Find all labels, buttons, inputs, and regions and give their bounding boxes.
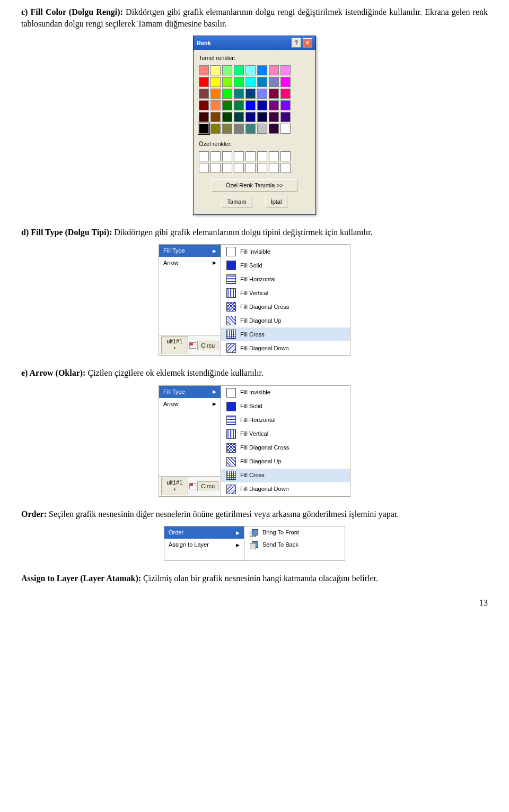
color-swatch[interactable]: [280, 77, 291, 87]
fill-cross[interactable]: Fill Cross: [221, 327, 350, 341]
fill-vertical-icon: [226, 429, 236, 439]
color-swatch[interactable]: [210, 112, 221, 122]
tab-unit1[interactable]: uit1#1 *: [161, 336, 188, 354]
menu-item-arrow[interactable]: Arrow ▶: [159, 398, 221, 410]
fill-solid[interactable]: Fill Solid: [221, 258, 350, 272]
color-swatch[interactable]: [210, 100, 221, 110]
fill-submenu: Fill Invisible Fill Solid Fill Horizonta…: [221, 245, 350, 355]
canvas-area: [159, 410, 221, 476]
color-swatch[interactable]: [245, 124, 256, 134]
color-swatch[interactable]: [280, 112, 291, 122]
color-swatch[interactable]: [234, 77, 244, 87]
color-swatch[interactable]: [257, 124, 267, 134]
heading-order: Order:: [21, 509, 47, 519]
menu-item-fill-type[interactable]: Fill Type ▶: [159, 386, 221, 398]
color-swatch[interactable]: [280, 100, 291, 110]
color-swatch[interactable]: [222, 124, 232, 134]
fill-invisible[interactable]: Fill Invisible: [221, 245, 350, 258]
color-swatch[interactable]: [245, 65, 256, 75]
tab-circu[interactable]: Circu: [197, 341, 218, 350]
color-swatch[interactable]: [199, 100, 209, 110]
color-swatch[interactable]: [257, 89, 267, 99]
tab-circu[interactable]: Circu: [197, 481, 218, 491]
tab-unit1[interactable]: uit1#1 *: [161, 478, 188, 495]
color-swatch[interactable]: [234, 124, 244, 134]
color-swatch[interactable]: [245, 77, 256, 87]
fill-invisible[interactable]: Fill Invisible: [221, 386, 350, 400]
color-swatch[interactable]: [199, 124, 209, 134]
fill-submenu: Fill Invisible Fill Solid Fill Horizonta…: [221, 386, 350, 496]
fill-type-menu: Fill Type ▶ Arrow ▶ uit1#1 * Circu Fill …: [159, 385, 350, 497]
fill-diag-cross[interactable]: Fill Diagonal Cross: [221, 300, 350, 314]
page-number: 13: [21, 597, 488, 609]
color-swatch[interactable]: [269, 112, 279, 122]
color-swatch[interactable]: [222, 112, 232, 122]
color-swatch[interactable]: [199, 89, 209, 99]
menu-item-arrow[interactable]: Arrow ▶: [159, 257, 221, 269]
fill-diag-cross[interactable]: Fill Diagonal Cross: [221, 441, 350, 455]
fill-vertical[interactable]: Fill Vertical: [221, 286, 350, 300]
color-swatch[interactable]: [210, 89, 221, 99]
color-swatch[interactable]: [199, 77, 209, 87]
text-e-body: Çizilen çizgilere ok eklemek istendiğind…: [85, 368, 263, 377]
color-swatch[interactable]: [269, 100, 279, 110]
fill-vertical[interactable]: Fill Vertical: [221, 427, 350, 441]
canvas-area: [159, 269, 221, 335]
color-swatch[interactable]: [245, 112, 256, 122]
fill-item-label: Fill Solid: [240, 402, 262, 410]
fill-item-label: Fill Vertical: [240, 430, 268, 438]
color-swatch[interactable]: [199, 65, 209, 75]
color-swatch[interactable]: [210, 65, 221, 75]
color-swatch[interactable]: [222, 89, 232, 99]
color-swatch[interactable]: [257, 112, 267, 122]
color-swatch[interactable]: [257, 100, 267, 110]
color-swatch[interactable]: [199, 112, 209, 122]
define-custom-color-button[interactable]: Özel Renk Tanımla >>: [212, 179, 297, 192]
menu-item-assign-layer[interactable]: Assign to Layer ▶: [164, 539, 244, 551]
fill-horizontal[interactable]: Fill Horizontal: [221, 413, 350, 427]
color-swatch[interactable]: [269, 65, 279, 75]
fill-cross[interactable]: Fill Cross: [221, 469, 350, 482]
paragraph-order: Order: Seçilen grafik nesnesinin diğer n…: [21, 508, 488, 520]
color-swatch[interactable]: [210, 77, 221, 87]
fill-horizontal[interactable]: Fill Horizontal: [221, 272, 350, 286]
color-swatch[interactable]: [234, 89, 244, 99]
menu-item-fill-type[interactable]: Fill Type ▶: [159, 245, 221, 257]
fill-diag-up[interactable]: Fill Diagonal Up: [221, 455, 350, 469]
color-swatch[interactable]: [269, 124, 279, 134]
color-swatch[interactable]: [222, 100, 232, 110]
fill-diag-down[interactable]: Fill Diagonal Down: [221, 341, 350, 355]
custom-swatch-grid: [199, 151, 310, 173]
color-swatch[interactable]: [280, 65, 291, 75]
color-swatch[interactable]: [222, 65, 232, 75]
color-swatch[interactable]: [269, 77, 279, 87]
color-swatch[interactable]: [210, 124, 221, 134]
bring-to-front[interactable]: Bring To Front: [244, 526, 345, 539]
color-swatch[interactable]: [234, 112, 244, 122]
close-icon[interactable]: ×: [303, 38, 312, 48]
color-swatch[interactable]: [280, 124, 291, 134]
fill-diag-up[interactable]: Fill Diagonal Up: [221, 314, 350, 327]
ok-button[interactable]: Tamam: [222, 196, 252, 208]
color-swatch[interactable]: [234, 100, 244, 110]
fill-solid[interactable]: Fill Solid: [221, 400, 350, 413]
color-swatch[interactable]: [245, 89, 256, 99]
color-swatch[interactable]: [257, 77, 267, 87]
send-to-back[interactable]: Send To Back: [244, 539, 345, 551]
color-swatch[interactable]: [257, 65, 267, 75]
color-swatch[interactable]: [222, 77, 232, 87]
color-swatch[interactable]: [280, 89, 291, 99]
fill-diag-down[interactable]: Fill Diagonal Down: [221, 482, 350, 496]
cancel-button[interactable]: İptal: [265, 196, 288, 208]
help-icon[interactable]: ?: [292, 38, 301, 48]
fill-diag-up-icon: [226, 316, 236, 325]
color-swatch[interactable]: [269, 89, 279, 99]
menu-item-order[interactable]: Order ▶: [164, 526, 244, 539]
canvas-area: [164, 551, 244, 560]
heading-d: d) Fill Type (Dolgu Tipi):: [21, 228, 112, 237]
menu-label: Arrow: [163, 259, 179, 267]
color-swatch[interactable]: [245, 100, 256, 110]
color-dialog: Renk ? × Temel renkler: Özel renkler: Öz…: [193, 36, 316, 214]
chevron-right-icon: ▶: [213, 401, 216, 407]
color-swatch[interactable]: [234, 65, 244, 75]
